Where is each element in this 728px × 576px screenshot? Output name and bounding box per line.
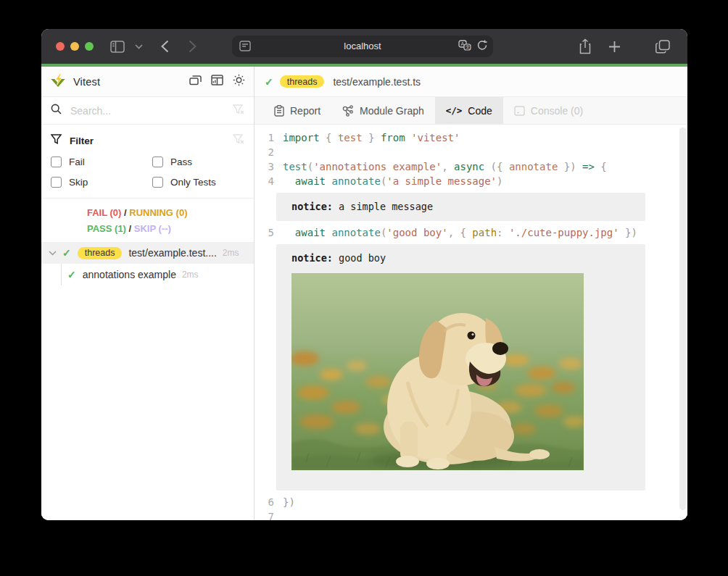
checkbox[interactable]	[51, 156, 62, 167]
search-placeholder: Search...	[70, 105, 233, 117]
checkbox-label: Fail	[69, 156, 85, 167]
checkbox[interactable]	[152, 177, 163, 188]
test-tree: ✓ threads test/example.test.... 2ms ✓ an…	[41, 242, 254, 285]
reload-icon[interactable]	[477, 40, 487, 54]
search-icon	[51, 104, 62, 117]
scrollbar-thumb[interactable]	[679, 128, 686, 510]
filter-funnel-icon	[51, 134, 62, 147]
url-text: localhost	[232, 36, 493, 57]
sidebar-header: Vitest	[41, 67, 254, 97]
checkbox-label: Only Tests	[170, 177, 216, 188]
filter-checkbox-pass[interactable]: Pass	[152, 156, 244, 167]
browser-toolbar: localhost A 文	[41, 29, 687, 64]
pass-check-icon: ✓	[62, 247, 71, 259]
puppy-image[interactable]	[291, 273, 584, 470]
checkbox-label: Skip	[69, 177, 88, 188]
close-window-button[interactable]	[56, 42, 65, 51]
tab-report[interactable]: Report	[263, 97, 331, 124]
new-tab-icon[interactable]	[608, 29, 621, 64]
app-title: Vitest	[73, 76, 100, 88]
main-panel: ✓ threads test/example.test.ts Report	[255, 67, 687, 520]
file-header: ✓ threads test/example.test.ts	[255, 67, 687, 97]
tab-overview-icon[interactable]	[655, 29, 670, 64]
dashboard-icon[interactable]	[211, 75, 223, 88]
summary-fail: FAIL (0)	[87, 207, 121, 218]
test-case-row[interactable]: ✓ annotations example 2ms	[41, 264, 254, 285]
checkbox-label: Pass	[170, 156, 192, 167]
tab-label: Console (0)	[531, 105, 583, 117]
tab-label: Module Graph	[360, 105, 424, 117]
filter-checkbox-fail[interactable]: Fail	[51, 156, 152, 167]
code-line: 4 await annotate('a simple message')	[255, 174, 687, 188]
open-file-name: test/example.test.ts	[333, 76, 421, 88]
annotation-notice: notice: a simple message	[276, 193, 645, 221]
code-line: 5 await annotate('good boy', { path: './…	[255, 225, 687, 240]
forward-button[interactable]	[183, 29, 201, 64]
notice-text: good boy	[333, 252, 386, 264]
share-icon[interactable]	[579, 29, 592, 64]
clear-search-filter-icon[interactable]	[233, 104, 244, 117]
code-line: 3test('annotations example', async ({ an…	[255, 159, 687, 174]
pass-check-icon: ✓	[67, 269, 76, 280]
zoom-window-button[interactable]	[85, 42, 94, 51]
tab-code[interactable]: </> Code	[435, 97, 503, 124]
tab-module-graph[interactable]: Module Graph	[331, 97, 435, 124]
filter-checkbox-skip[interactable]: Skip	[51, 177, 152, 188]
code-line: 1import { test } from 'vitest'	[255, 130, 687, 145]
search-bar[interactable]: Search...	[41, 97, 254, 125]
summary-pass: PASS (1)	[87, 223, 126, 234]
tab-bar: Report Module Graph	[255, 97, 687, 125]
minimize-window-button[interactable]	[70, 42, 79, 51]
filter-title: Filter	[70, 135, 233, 146]
checkbox[interactable]	[51, 177, 62, 188]
pass-check-icon: ✓	[265, 76, 273, 88]
address-bar[interactable]: localhost A 文	[232, 36, 493, 57]
clipboard-icon	[274, 105, 284, 117]
filter-checkbox-only-tests[interactable]: Only Tests	[152, 177, 244, 188]
pool-badge: threads	[280, 75, 325, 88]
tab-label: Report	[290, 105, 320, 117]
tree-indent-guide	[61, 264, 62, 285]
test-file-name: test/example.test....	[128, 247, 216, 259]
sidebar-toggle-icon[interactable]	[108, 29, 127, 64]
browser-window: localhost A 文	[41, 29, 687, 520]
desktop-background: localhost A 文	[0, 0, 728, 576]
tab-label: Code	[468, 105, 492, 117]
summary-running: RUNNING (0)	[129, 207, 187, 218]
code-line: 7	[255, 509, 687, 520]
notice-label: notice:	[291, 201, 333, 212]
translate-icon[interactable]: A 文	[458, 40, 471, 54]
test-summary: FAIL (0) / RUNNING (0) PASS (1) / SKIP (…	[41, 199, 254, 242]
window-controls	[56, 42, 94, 51]
sidebar: Vitest	[41, 67, 255, 520]
notice-text: a simple message	[333, 201, 433, 212]
collapse-panels-icon[interactable]	[189, 75, 202, 88]
code-editor[interactable]: 1import { test } from 'vitest' 2 3test('…	[255, 125, 687, 520]
test-case-name: annotations example	[83, 269, 176, 280]
tab-console[interactable]: Console (0)	[503, 97, 594, 124]
test-duration: 2ms	[182, 270, 199, 280]
theme-toggle-sun-icon[interactable]	[233, 74, 245, 89]
module-graph-icon	[342, 105, 354, 117]
checkbox[interactable]	[152, 156, 163, 167]
test-duration: 2ms	[223, 248, 239, 258]
vitest-logo-icon	[50, 72, 66, 91]
summary-skip: SKIP (--)	[134, 223, 171, 234]
code-icon: </>	[446, 105, 463, 116]
console-icon	[514, 106, 525, 116]
back-button[interactable]	[156, 29, 173, 64]
annotation-notice-with-attachment: notice: good boy	[276, 244, 645, 491]
chevron-down-icon[interactable]	[49, 251, 57, 256]
test-file-row[interactable]: ✓ threads test/example.test.... 2ms	[41, 242, 254, 264]
pool-badge: threads	[78, 247, 123, 259]
code-line: 6})	[255, 495, 687, 509]
notice-label: notice:	[291, 252, 333, 264]
code-line: 2	[255, 145, 687, 159]
filter-section: Filter Fail	[41, 125, 254, 199]
chevron-down-icon[interactable]	[133, 29, 144, 64]
clear-filters-icon[interactable]	[233, 134, 244, 147]
svg-text:文: 文	[466, 44, 470, 49]
